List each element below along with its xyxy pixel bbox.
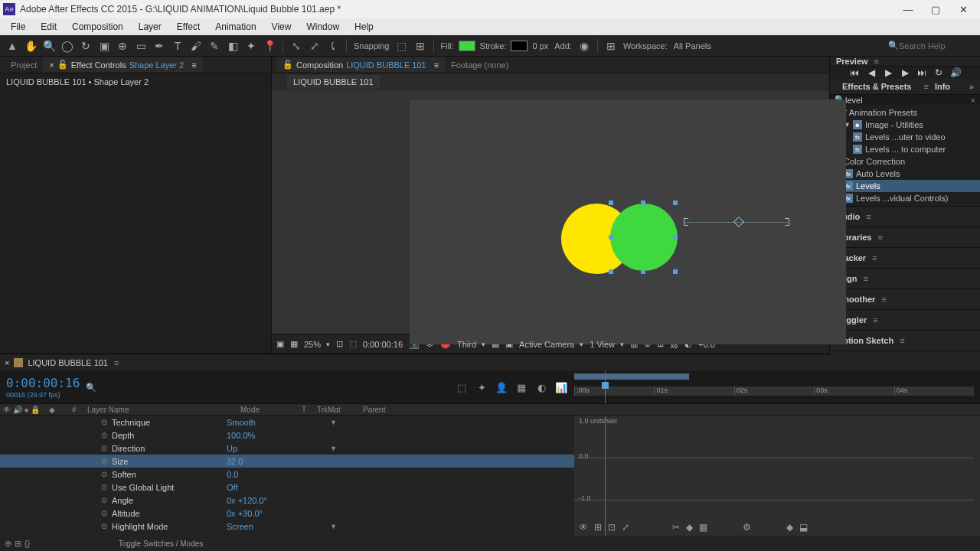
expand-icon[interactable]: ⊕ [5, 539, 11, 549]
view-dropdown[interactable]: 1 View [590, 340, 624, 349]
tree-folder[interactable]: ▼Color Correction [830, 155, 980, 168]
resolution-icon[interactable]: ⊡ [336, 339, 343, 349]
graph-cti[interactable] [605, 416, 606, 536]
stopwatch-icon[interactable]: ⊙ [100, 522, 109, 531]
stopwatch-icon[interactable]: ⊙ [100, 496, 109, 505]
label-icon[interactable]: ◆ [49, 406, 55, 414]
snap-toggle-icon[interactable]: ⬚ [394, 38, 410, 54]
overflow-icon[interactable]: » [969, 82, 974, 91]
menu-view[interactable]: View [264, 20, 299, 34]
audio-panel-header[interactable]: Audio≡ [830, 206, 980, 227]
property-row[interactable]: ⊙TechniqueSmooth▼ [0, 416, 574, 429]
speaker-icon[interactable]: 🔊 [13, 406, 22, 414]
property-value[interactable]: 100.0% [227, 431, 255, 440]
next-frame-icon[interactable]: ▶ [899, 67, 911, 79]
stopwatch-icon[interactable]: ⊙ [100, 509, 109, 518]
menu-file[interactable]: File [3, 20, 33, 34]
shape-tool-icon[interactable]: ▭ [133, 38, 149, 54]
workspace-icon[interactable]: ⊞ [603, 38, 619, 54]
bbox-handle[interactable] [673, 269, 678, 274]
motion-sketch-panel-header[interactable]: Motion Sketch≡ [830, 330, 980, 350]
roto-tool-icon[interactable]: ✦ [243, 38, 259, 54]
stopwatch-icon[interactable]: ⊙ [100, 483, 109, 492]
search-icon[interactable]: 🔍 [86, 383, 96, 393]
easy-ease-icon[interactable]: ◆ [786, 522, 793, 533]
first-frame-icon[interactable]: ⏮ [848, 67, 861, 79]
solo-icon[interactable]: ● [24, 406, 29, 414]
minimize-button[interactable]: — [894, 0, 922, 18]
stopwatch-icon[interactable]: ⊙ [100, 431, 109, 440]
hand-tool-icon[interactable]: ✋ [23, 38, 38, 54]
local-axis-icon[interactable]: ⤡ [289, 38, 304, 54]
tracker-panel-header[interactable]: Tracker≡ [830, 247, 980, 268]
graph-auto-icon[interactable]: ⤢ [622, 522, 629, 533]
property-row[interactable]: ⊙Size32.0 [0, 455, 574, 468]
current-time[interactable]: 0:00:00:16 [6, 376, 80, 390]
bbox-handle[interactable] [609, 235, 613, 240]
hide-shy-icon[interactable]: 👤 [495, 380, 508, 394]
render-queue-icon[interactable]: ⊞ [15, 539, 21, 549]
fill-label[interactable]: Fill: [441, 41, 454, 51]
loop-icon[interactable]: ↻ [933, 67, 945, 79]
fill-swatch[interactable] [459, 41, 475, 51]
panel-menu-icon[interactable]: ≡ [114, 358, 119, 367]
menu-help[interactable]: Help [347, 20, 381, 34]
stroke-width[interactable]: 0 px [532, 41, 548, 51]
menu-window[interactable]: Window [299, 20, 347, 34]
panel-menu-icon[interactable]: ≡ [191, 60, 196, 70]
menu-edit[interactable]: Edit [33, 20, 64, 34]
stroke-swatch[interactable] [511, 41, 528, 51]
property-value[interactable]: Off [227, 483, 237, 492]
close-tab-icon[interactable]: × [49, 60, 54, 70]
graph-type-icon[interactable]: ⊞ [594, 522, 602, 533]
property-row[interactable]: ⊙Soften0.0 [0, 468, 574, 481]
frame-blend-icon[interactable]: ▦ [514, 380, 528, 394]
property-value[interactable]: 32.0 [227, 457, 243, 466]
close-tab-icon[interactable]: × [5, 358, 9, 367]
property-value[interactable]: 0x +120.0° [227, 496, 267, 505]
close-button[interactable]: ✕ [949, 0, 977, 18]
pen-tool-icon[interactable]: ✒ [152, 38, 167, 54]
path-start-icon[interactable] [684, 218, 688, 226]
snapping-label[interactable]: Snapping [354, 41, 390, 51]
effect-controls-tab[interactable]: × 🔓 Effect Controls Shape Layer 2 ≡ [43, 57, 202, 72]
maximize-button[interactable]: ▢ [922, 0, 949, 18]
effects-search-input[interactable] [845, 96, 971, 105]
magnification-icon[interactable]: ▣ [276, 339, 284, 349]
easy-ease-in-icon[interactable]: ⬓ [799, 522, 808, 533]
brush-tool-icon[interactable]: 🖌 [188, 38, 204, 54]
tree-item[interactable]: fxLevels ...vidual Controls) [830, 192, 980, 204]
tree-item[interactable]: fxLevels ... to computer [830, 143, 980, 155]
canvas[interactable] [410, 99, 846, 344]
stopwatch-icon[interactable]: ⊙ [100, 444, 109, 453]
last-frame-icon[interactable]: ⏭ [916, 67, 928, 79]
mute-icon[interactable]: 🔊 [949, 67, 962, 79]
toggle-switches-button[interactable]: Toggle Switches / Modes [46, 540, 276, 548]
composition-viewer[interactable] [272, 90, 829, 334]
dropdown-arrow-icon[interactable]: ▼ [330, 445, 337, 452]
workspace-dropdown[interactable]: All Panels [674, 41, 711, 51]
comp-inner-tab[interactable]: LIQUID BUBBLE 101 [287, 75, 380, 89]
tree-item-levels[interactable]: fxLevels [830, 180, 980, 192]
preview-panel-header[interactable]: Preview≡ [830, 57, 980, 67]
orbit-tool-icon[interactable]: ◯ [60, 38, 75, 54]
zoom-tool-icon[interactable]: 🔍 [41, 38, 57, 54]
dropdown-arrow-icon[interactable]: ▼ [330, 523, 337, 530]
bbox-handle[interactable] [673, 201, 678, 205]
panel-menu-icon[interactable]: ≡ [434, 60, 439, 70]
property-row[interactable]: ⊙Use Global LightOff [0, 481, 574, 494]
property-row[interactable]: ⊙Angle0x +120.0° [0, 494, 574, 507]
brackets-icon[interactable]: {} [24, 539, 30, 549]
property-value[interactable]: Screen [227, 522, 253, 531]
tree-item[interactable]: fxAuto Levels [830, 168, 980, 180]
stopwatch-icon[interactable]: ⊙ [100, 470, 109, 479]
text-tool-icon[interactable]: T [170, 38, 185, 54]
region-icon[interactable]: ⬚ [349, 339, 357, 349]
timeline-tab[interactable]: LIQUID BUBBLE 101 [28, 358, 108, 367]
property-value[interactable]: Up [227, 444, 237, 453]
stopwatch-icon[interactable]: ⊙ [100, 418, 109, 427]
graph-eye-icon[interactable]: 👁 [579, 522, 588, 533]
resolution-dropdown[interactable]: Third [457, 340, 485, 349]
tree-folder[interactable]: ▼■Image - Utilities [830, 119, 980, 131]
stopwatch-icon[interactable]: ⊙ [100, 457, 109, 466]
